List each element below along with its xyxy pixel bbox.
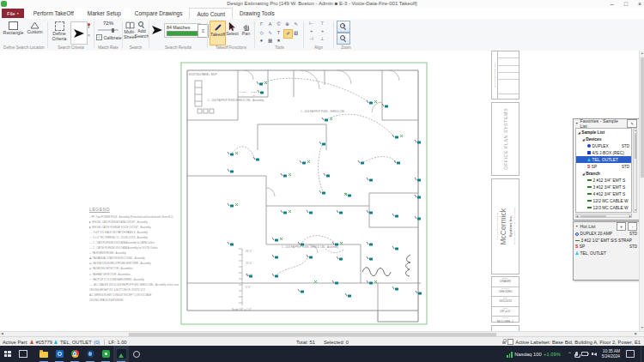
select-button[interactable]: Select bbox=[226, 21, 239, 44]
expander-icon[interactable] bbox=[578, 130, 580, 135]
cloud-tool-icon[interactable]: ∿ bbox=[266, 29, 274, 37]
tab-perform-takeoff[interactable]: Perform TakeOff bbox=[27, 8, 81, 19]
align-bottom-icon[interactable]: ⊥ bbox=[319, 35, 326, 43]
grid-tool-icon[interactable]: ▦ bbox=[266, 37, 274, 45]
favorites-panel-header[interactable]: Favorites - Sample List ✎ bbox=[574, 119, 639, 128]
chrome-button[interactable] bbox=[67, 346, 82, 362]
outlook-button[interactable] bbox=[52, 346, 67, 362]
microphone-icon[interactable] bbox=[575, 352, 578, 356]
favorites-hscrollbar[interactable]: ◀ ▶ bbox=[575, 214, 632, 218]
webex-button[interactable] bbox=[82, 346, 98, 362]
rectangle-button[interactable]: Rectangle bbox=[3, 21, 23, 36]
copyright-tool-icon[interactable]: © bbox=[275, 21, 283, 28]
takeoff-marks[interactable] bbox=[228, 81, 422, 298]
clear-criteria-icon[interactable]: × bbox=[88, 33, 90, 38]
svg-text:B: B bbox=[253, 94, 255, 97]
design-estimating-pro-button[interactable] bbox=[113, 346, 129, 362]
define-criteria-button[interactable]: Define Criteria bbox=[49, 21, 70, 42]
hot-list-item-tel-outlet[interactable]: TEL, OUTLET bbox=[574, 250, 639, 257]
tree-item-branch-4-12[interactable]: 4 #12 3/4" EMT S bbox=[576, 190, 631, 197]
settings-button[interactable] bbox=[129, 346, 144, 362]
align-top-icon[interactable]: ⊤ bbox=[319, 20, 326, 27]
tree-item-devices[interactable]: Devices bbox=[576, 136, 631, 142]
define-criteria-icon bbox=[55, 21, 64, 31]
pan-button[interactable]: Pan bbox=[240, 21, 252, 44]
tab-drawing-tools[interactable]: Drawing Tools bbox=[233, 8, 282, 19]
tree-item-branch[interactable]: Branch bbox=[576, 170, 631, 177]
tree-item-mc-cable-122[interactable]: 12/2 MC CABLE W bbox=[576, 197, 631, 204]
pin-criteria-icon[interactable] bbox=[88, 23, 90, 26]
target-tool-icon[interactable]: ⊕ bbox=[283, 21, 291, 28]
align-right-icon[interactable]: ⊣ bbox=[307, 35, 315, 43]
hot-list-item-duplex[interactable]: DUPLEX 20 AMP STD bbox=[574, 231, 639, 238]
labelset-checkbox[interactable] bbox=[507, 339, 513, 345]
filter-button[interactable]: ▼ bbox=[617, 222, 626, 231]
tree-item-sample-list[interactable]: Sample List bbox=[576, 129, 631, 136]
font-search-tool-icon[interactable]: A bbox=[266, 21, 274, 28]
tab-marker-setup[interactable]: Marker Setup bbox=[81, 8, 128, 19]
tree-item-mc-cable-123[interactable]: 12/3 MC CABLE W bbox=[576, 204, 631, 211]
pen-tool-icon[interactable]: ✎ bbox=[292, 21, 300, 28]
group-search: Multi-Sheet Add Search Search bbox=[124, 19, 148, 51]
tel-outlet-icon bbox=[54, 340, 58, 344]
vertical-scroll-thumb[interactable] bbox=[641, 57, 644, 178]
circle-tool-icon[interactable]: ● bbox=[258, 37, 265, 45]
tree-item-jbox[interactable]: 4/S J-BOX (REC) bbox=[576, 149, 631, 156]
vertical-scrollbar[interactable]: ▲ ▼ bbox=[639, 51, 644, 331]
hot-list-item-emt[interactable]: 3 #12 1/2" EMT S/S STRAP bbox=[574, 238, 639, 244]
criteria-sample-preview[interactable] bbox=[70, 21, 88, 45]
maximize-button[interactable]: □ bbox=[624, 0, 628, 8]
floor-plan[interactable]: EXISTING PANEL 'MDP' PANEL A PANEL B 1 -… bbox=[172, 59, 434, 329]
minimize-button[interactable]: – bbox=[611, 0, 614, 8]
taskbar-clock[interactable]: 10:35 AM 5/24/2024 bbox=[602, 349, 620, 359]
zoom-out-button[interactable]: − bbox=[337, 33, 350, 45]
expander-icon[interactable] bbox=[582, 172, 585, 176]
legend-title: LEGEND bbox=[89, 207, 110, 213]
image-tool-icon[interactable]: ▨ bbox=[292, 29, 300, 37]
start-button[interactable] bbox=[0, 346, 15, 362]
star-tool-icon[interactable]: ★ bbox=[275, 37, 283, 45]
tray-expand-icon[interactable]: ⌃ bbox=[568, 352, 572, 357]
hot-list-item-sp[interactable]: S SP STD bbox=[574, 244, 639, 250]
expander-icon[interactable] bbox=[582, 137, 585, 142]
align-left-icon[interactable]: ⊢ bbox=[307, 20, 315, 27]
zoom-in-button[interactable]: + bbox=[337, 21, 350, 33]
tree-item-duplex[interactable]: DUPLEX STD bbox=[576, 142, 631, 149]
text-tool-icon[interactable]: T bbox=[275, 29, 283, 37]
match-rate-slider[interactable] bbox=[98, 29, 118, 31]
drawing-canvas[interactable]: LEGEND ⌐ PP Two-POWER POLE - Assembly (F… bbox=[0, 51, 639, 331]
tree-item-tel-outlet[interactable]: TEL. OUTLET bbox=[576, 156, 631, 163]
tab-compare-drawings[interactable]: Compare Drawings bbox=[128, 8, 190, 19]
battery-icon[interactable] bbox=[581, 352, 589, 356]
task-view-button[interactable] bbox=[15, 346, 31, 362]
green-app-button[interactable] bbox=[98, 346, 113, 362]
diamond-tool-icon[interactable]: ◇ bbox=[258, 29, 265, 37]
close-button[interactable]: × bbox=[638, 0, 641, 8]
speaker-icon[interactable] bbox=[592, 353, 597, 356]
zoom-out-icon: − bbox=[340, 35, 347, 42]
custom-button[interactable]: Custom bbox=[25, 21, 45, 35]
sort-button[interactable]: ↕ bbox=[628, 222, 637, 231]
show-desktop-button[interactable] bbox=[641, 346, 644, 362]
touch-keyboard-icon[interactable] bbox=[626, 350, 635, 358]
add-search-button[interactable]: Add Search bbox=[136, 21, 148, 39]
file-menu-button[interactable]: File bbox=[2, 9, 24, 18]
length-factor: LF: 1.00 bbox=[108, 340, 126, 345]
match-count: 84 Matches bbox=[167, 25, 198, 30]
edit-list-button[interactable]: ✎ bbox=[627, 119, 637, 128]
favorites-vscrollbar[interactable]: ▲ ▼ bbox=[633, 128, 637, 213]
align-center-v-icon[interactable]: + bbox=[319, 27, 326, 35]
system-tray: ⌃ bbox=[568, 352, 597, 357]
takeoff-button[interactable]: Takeoff bbox=[210, 21, 226, 45]
tab-auto-count[interactable]: Auto Count bbox=[189, 8, 233, 20]
corner-tool-icon[interactable]: Γ bbox=[258, 21, 265, 28]
tree-item-branch-2-12[interactable]: 2 #12 3/4" EMT S bbox=[576, 177, 631, 184]
file-explorer-button[interactable] bbox=[36, 346, 52, 362]
tree-item-branch-3-12[interactable]: 3 #12 3/4" EMT S bbox=[576, 184, 631, 190]
stock-widget[interactable]: Nasdaq 100 +1.09% bbox=[507, 351, 560, 358]
align-center-h-icon[interactable]: + bbox=[307, 27, 315, 35]
tree-item-sp[interactable]: S SP STD bbox=[576, 163, 631, 170]
calibrate-option[interactable]: Calibrate bbox=[96, 34, 122, 40]
hot-list-header[interactable]: Hot List ▼ ↕ bbox=[574, 222, 639, 231]
calibrate-checkbox[interactable] bbox=[96, 34, 102, 40]
